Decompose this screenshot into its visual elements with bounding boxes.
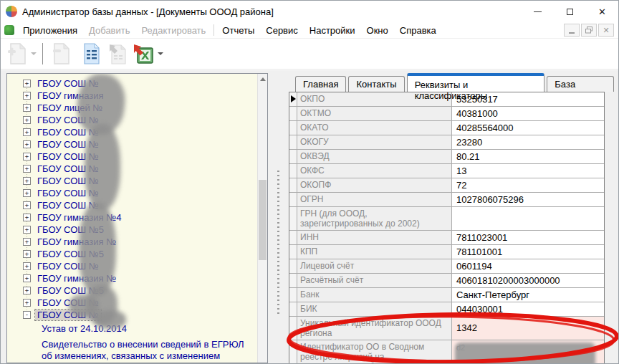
row-selector-cell[interactable] [289,164,297,178]
menu-item[interactable]: Добавить [83,23,135,38]
tree-item[interactable]: + ГБОУ СОШ № [7,163,257,175]
row-value[interactable]: 40285564000 [452,121,604,135]
maximize-button[interactable] [554,1,586,22]
row-selector-cell[interactable] [289,178,297,193]
tree-item[interactable]: + ГБОУ СОШ № [7,187,257,199]
tree-expander-icon[interactable]: + [23,165,31,173]
export-to-excel-icon[interactable] [130,41,156,67]
row-value[interactable]: 0601194 [452,259,604,274]
row-value[interactable]: 13 [452,164,604,178]
menu-item[interactable]: Справка [394,23,442,38]
tree-item[interactable]: + ГБОУ СОШ № [7,297,257,309]
row-value[interactable] [452,207,604,231]
add-document-icon[interactable] [4,41,29,67]
menu-item[interactable]: Окно [361,23,394,38]
tree-expander-icon[interactable]: + [23,92,31,100]
row-value[interactable]: Санкт-Петербург [452,288,604,302]
row-selector-cell[interactable] [289,259,297,274]
panel-splitter[interactable] [277,171,279,314]
row-value[interactable]: 1027806075296 [452,193,604,207]
row-value[interactable]: 40381000 [452,107,604,121]
tree-item[interactable]: + ГБОУ СОШ № [7,126,257,138]
tree-expander-icon[interactable]: + [23,140,31,148]
tree-item[interactable]: + ГБОУ гимназия № [7,236,257,248]
tree-item[interactable]: + ГБОУ СОШ № [7,114,257,126]
row-selector-cell[interactable] [289,207,297,231]
tab-0[interactable]: Главная [295,76,346,92]
tree-expander-icon[interactable]: + [23,238,31,246]
minimize-button[interactable] [522,1,554,22]
tree-item[interactable]: + ГБОУ СОШ №5 [7,284,257,297]
mdi-minimize-button[interactable] [564,24,580,37]
mdi-close-button[interactable]: ✕ [598,24,614,37]
document-list-icon[interactable] [79,41,105,67]
tree-expander-icon[interactable]: + [23,153,31,161]
tree-expander-icon[interactable]: + [23,299,31,307]
row-value[interactable]: 1342 [452,317,604,340]
remove-document-icon[interactable] [47,41,73,67]
tree-expander-icon[interactable]: + [23,116,31,124]
tree-item[interactable]: + ГБОУ СОШ № [7,199,257,211]
tree-item[interactable]: + ГБОУ гимназия [7,90,257,102]
tree-item[interactable]: + ГБОУ лицей № [7,102,257,114]
tree-item[interactable]: + ГБОУ гимназия № [7,272,257,284]
row-value[interactable]: 781101001 [452,245,604,259]
tab-3[interactable]: База ссылок [547,76,614,92]
tree-expander-icon[interactable]: + [23,274,31,282]
tree-item[interactable]: + ГБОУ СОШ № [7,77,257,90]
row-selector-cell[interactable] [289,150,297,164]
row-selector-cell[interactable] [289,193,297,207]
import-document-icon[interactable] [105,41,130,67]
row-selector-cell[interactable] [289,231,297,245]
tree-document-item[interactable]: Свидетельство о внесении сведений в ЕГРЮ… [42,339,256,363]
row-value[interactable]: 7811023001 [452,231,604,245]
tab-2[interactable]: Реквизиты и классификаторы [407,73,545,92]
row-value[interactable]: 40601810200003000000 [452,274,604,288]
tree-expander-icon[interactable]: + [23,189,31,197]
tree-expander-icon[interactable]: + [23,80,31,87]
menu-item[interactable]: Приложения [17,23,83,38]
row-selector-cell[interactable] [289,288,297,302]
row-selector-cell[interactable] [289,317,297,340]
row-selector-cell[interactable] [289,92,297,107]
row-selector-cell[interactable] [289,107,297,121]
tree-item[interactable]: + ГБОУ СОШ № [7,175,257,187]
tree-item[interactable]: + ГБОУ СОШ № [7,260,257,272]
row-selector-cell[interactable] [289,340,297,364]
tree-item[interactable]: + ГБОУ СОШ №5 [7,248,257,260]
tree-expander-icon[interactable]: + [23,128,31,136]
tree-expander-icon[interactable]: + [23,226,31,234]
tree-expander-icon[interactable]: - [23,311,31,319]
row-selector-cell[interactable] [289,274,297,288]
tree-document-item[interactable]: Устав от 24.10.2014 [42,323,256,335]
tree-expander-icon[interactable]: + [23,287,31,294]
tree-expander-icon[interactable]: + [23,201,31,209]
tree-item[interactable]: + ГБОУ гимназия №4 [7,211,257,224]
row-value[interactable]: 23280 [452,135,604,150]
excel-dropdown-caret-icon[interactable] [156,41,165,67]
tab-1[interactable]: Контакты [348,76,404,92]
scrollbar-thumb[interactable] [259,180,267,260]
tree-item[interactable]: - ГБОУ СОШ № [7,309,257,321]
close-button[interactable]: ✕ [586,1,618,22]
row-selector-cell[interactable] [289,302,297,317]
tree-expander-icon[interactable]: + [23,177,31,185]
tree-expander-icon[interactable]: + [23,104,31,112]
tree-item[interactable]: + ГБОУ СОШ № [7,138,257,150]
row-value[interactable]: 80.21 [452,150,604,164]
row-selector-cell[interactable] [289,135,297,150]
row-value[interactable]: 044030001 [452,302,604,317]
menu-item[interactable]: Сервис [260,23,304,38]
menu-item[interactable]: Отчеты [216,23,260,38]
tree-expander-icon[interactable]: + [23,214,31,221]
scrollbar-up-arrow-icon[interactable] [258,74,267,85]
tree-expander-icon[interactable]: + [23,262,31,270]
row-value[interactable]: d2b [452,340,604,364]
row-value[interactable]: 72 [452,178,604,193]
row-selector-cell[interactable] [289,245,297,259]
tree-item[interactable]: + ГБОУ СОШ №5 [7,224,257,236]
tree-expander-icon[interactable]: + [23,250,31,258]
tree-item[interactable]: + ГБОУ СОШ № [7,150,257,163]
mdi-restore-button[interactable] [581,24,597,37]
add-dropdown-caret-icon[interactable] [29,41,38,67]
